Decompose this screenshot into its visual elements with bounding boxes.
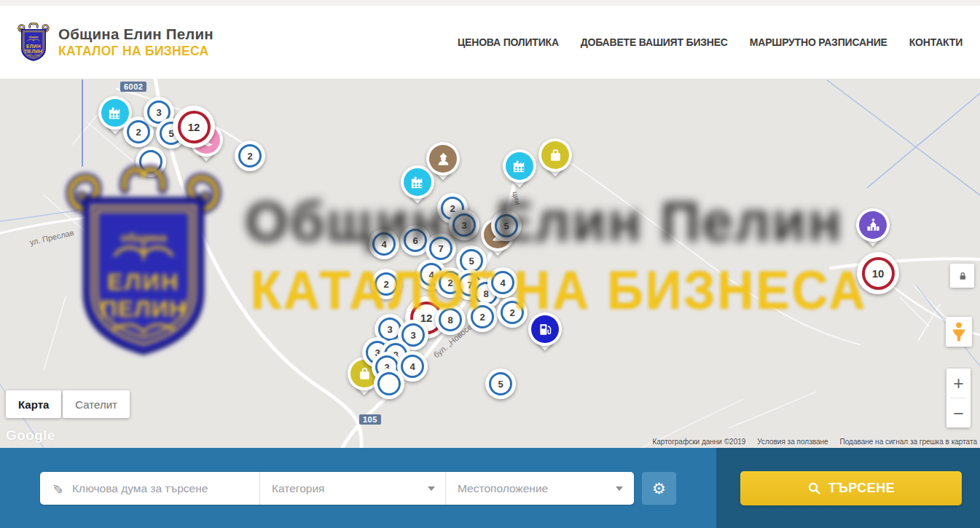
marker-cluster[interactable]: 5 bbox=[485, 369, 516, 399]
svg-text:ПЕЛИН: ПЕЛИН bbox=[25, 49, 42, 54]
cluster-count bbox=[139, 150, 162, 173]
cluster-count: 4 bbox=[372, 232, 396, 256]
cluster-count: 12 bbox=[178, 111, 211, 143]
pencil-icon: ✎ bbox=[49, 483, 65, 494]
pegman-button[interactable] bbox=[946, 317, 972, 347]
search-submit-button[interactable]: ТЪРСЕНЕ bbox=[740, 471, 962, 505]
keyword-search-input[interactable] bbox=[71, 481, 259, 496]
municipality-emblem-icon: община ЕЛИН ПЕЛИН bbox=[16, 20, 51, 64]
nav-contacts[interactable]: КОНТАКТИ bbox=[909, 36, 963, 48]
brand-subtitle: КАТАЛОГ НА БИЗНЕСА bbox=[58, 44, 213, 59]
category-select-label: Категория bbox=[272, 482, 324, 495]
cluster-count: 4 bbox=[401, 355, 424, 378]
map-type-map-button[interactable]: Карта bbox=[6, 390, 61, 418]
marker-cluster[interactable]: 2 bbox=[371, 269, 401, 299]
marker-cluster[interactable]: 10 bbox=[857, 252, 899, 294]
cluster-count bbox=[377, 372, 401, 395]
map-canvas[interactable]: 2351222356745242784128223338345106002105… bbox=[0, 79, 980, 448]
marker-cluster[interactable]: 3 bbox=[449, 210, 479, 240]
cluster-count: 8 bbox=[439, 308, 462, 331]
advanced-settings-button[interactable]: ⚙ bbox=[642, 472, 676, 505]
church-icon bbox=[859, 211, 887, 239]
cluster-count: 2 bbox=[501, 301, 524, 324]
marker-cluster[interactable]: 5 bbox=[491, 210, 522, 241]
factory-icon bbox=[101, 99, 129, 127]
location-select-label: Местоположение bbox=[458, 482, 548, 495]
location-select[interactable]: Местоположение bbox=[445, 472, 633, 505]
attribution-copyright: Картографски данни ©2019 bbox=[652, 438, 745, 446]
cluster-count: 2 bbox=[238, 144, 262, 168]
marker-cluster[interactable]: 2 bbox=[235, 141, 265, 171]
category-select[interactable]: Категория bbox=[259, 472, 445, 505]
cluster-count: 7 bbox=[429, 237, 452, 260]
google-logo[interactable]: Google bbox=[6, 427, 55, 444]
lock-button[interactable] bbox=[950, 264, 974, 288]
nav-pricing-policy[interactable]: ЦЕНОВА ПОЛИТИКА bbox=[458, 36, 559, 48]
main-nav: ЦЕНОВА ПОЛИТИКА ДОБАВЕТЕ ВАШИЯТ БИЗНЕС М… bbox=[458, 36, 963, 48]
factory-category-pin[interactable] bbox=[501, 149, 538, 194]
church-category-pin[interactable] bbox=[854, 208, 892, 253]
svg-text:ЕЛИН: ЕЛИН bbox=[26, 44, 41, 49]
chevron-down-icon bbox=[616, 486, 623, 491]
search-button-label: ТЪРСЕНЕ bbox=[828, 481, 895, 496]
nav-route-schedule[interactable]: МАРШРУТНО РАЗПИСАНИЕ bbox=[750, 36, 887, 48]
keyword-field: ✎ bbox=[40, 472, 259, 505]
marker-cluster[interactable]: 4 bbox=[487, 267, 518, 298]
bag-icon bbox=[541, 141, 569, 169]
cluster-count: 3 bbox=[452, 213, 476, 237]
attribution-terms-link[interactable]: Условия за ползване bbox=[757, 438, 828, 446]
cluster-count: 6 bbox=[404, 229, 427, 252]
nav-add-business[interactable]: ДОБАВЕТЕ ВАШИЯТ БИЗНЕС bbox=[581, 36, 728, 48]
top-strip bbox=[0, 0, 980, 6]
page: община ЕЛИН ПЕЛИН Община Елин Пелин КАТА… bbox=[0, 0, 980, 528]
fuel-category-pin[interactable] bbox=[526, 312, 564, 358]
marker-cluster[interactable]: 2 bbox=[467, 302, 498, 332]
zoom-in-button[interactable]: + bbox=[946, 369, 971, 398]
cluster-count: 2 bbox=[127, 120, 150, 143]
brand-logo-link[interactable]: община ЕЛИН ПЕЛИН Община Елин Пелин КАТА… bbox=[16, 20, 213, 64]
cluster-count: 2 bbox=[375, 272, 398, 296]
marker-cluster[interactable]: 4 bbox=[369, 229, 399, 259]
svg-text:община: община bbox=[29, 36, 39, 39]
fuel-icon bbox=[531, 315, 559, 343]
bag-category-pin[interactable] bbox=[536, 138, 574, 184]
marker-cluster[interactable]: 8 bbox=[435, 304, 466, 335]
cluster-count: 10 bbox=[862, 257, 895, 290]
marker-cluster[interactable]: 12 bbox=[173, 106, 215, 148]
search-icon bbox=[807, 481, 821, 495]
map-type-satellite-button[interactable]: Сателит bbox=[63, 390, 130, 418]
factory-icon bbox=[506, 152, 533, 180]
cluster-count: 2 bbox=[471, 305, 494, 328]
cluster-count: 5 bbox=[489, 372, 512, 395]
attribution-report-error-link[interactable]: Подаване на сигнал за грешка в картата bbox=[840, 438, 977, 446]
map-type-control: Карта Сателит bbox=[6, 390, 130, 418]
pegman-icon bbox=[952, 322, 965, 342]
cluster-count: 5 bbox=[495, 214, 518, 237]
marker-cluster[interactable]: 2 bbox=[497, 297, 528, 328]
map-attribution: Картографски данни ©2019 Условия за полз… bbox=[652, 438, 977, 446]
gear-icon: ⚙ bbox=[652, 480, 666, 497]
zoom-out-button[interactable]: − bbox=[946, 398, 971, 427]
marker-cluster[interactable] bbox=[136, 146, 166, 177]
chevron-down-icon bbox=[428, 486, 435, 491]
road-number-badge: 105 bbox=[359, 414, 381, 425]
lock-icon bbox=[957, 270, 968, 282]
worker-category-pin[interactable] bbox=[424, 142, 462, 187]
marker-cluster[interactable] bbox=[374, 369, 404, 399]
search-bar: ✎ Категория Местоположение ⚙ ТЪРСЕНЕ bbox=[0, 448, 980, 528]
worker-icon bbox=[429, 145, 457, 173]
header: община ЕЛИН ПЕЛИН Община Елин Пелин КАТА… bbox=[0, 6, 980, 79]
road-number-badge: 6002 bbox=[120, 82, 146, 92]
search-fields: ✎ Категория Местоположение bbox=[40, 472, 634, 505]
brand-title: Община Елин Пелин bbox=[58, 25, 213, 43]
zoom-control: + − bbox=[946, 369, 971, 427]
cluster-count: 4 bbox=[491, 271, 514, 294]
